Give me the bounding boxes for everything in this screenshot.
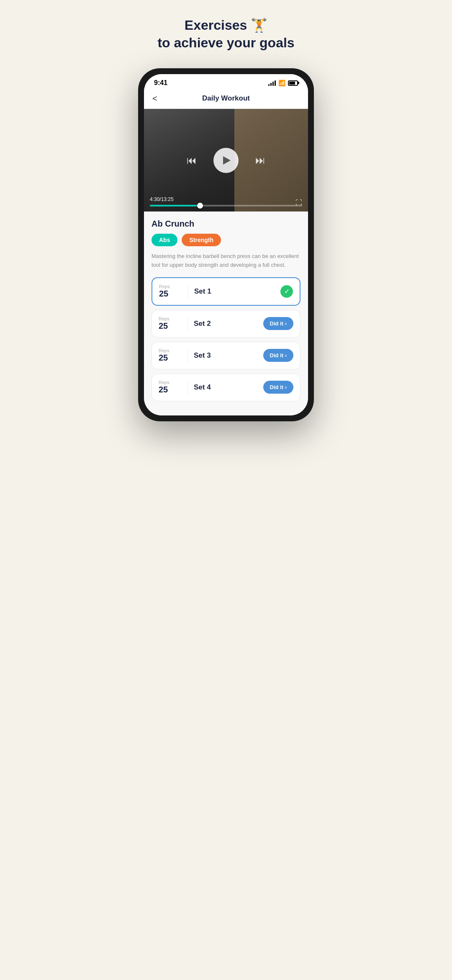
progress-track[interactable] xyxy=(150,205,302,206)
content-area: Ab Crunch Abs Strength Mastering the inc… xyxy=(144,211,308,415)
skip-back-button[interactable]: ⏮ xyxy=(187,155,197,166)
progress-thumb[interactable] xyxy=(197,203,203,209)
arrow-icon-3: › xyxy=(285,353,287,358)
did-it-button-4[interactable]: Did it › xyxy=(263,381,294,394)
back-button[interactable]: < xyxy=(152,94,157,103)
did-it-label-2: Did it xyxy=(270,320,284,327)
signal-icon xyxy=(268,80,276,86)
nav-title: Daily Workout xyxy=(202,94,250,103)
video-time: 4:30/13:25 xyxy=(150,196,302,202)
tags: Abs Strength xyxy=(152,234,300,246)
reps-info-4: Reps 25 xyxy=(159,380,182,395)
tag-abs[interactable]: Abs xyxy=(152,234,177,246)
video-bottom: 4:30/13:25 ⛶ xyxy=(144,193,308,211)
play-button[interactable] xyxy=(213,148,239,173)
reps-info-2: Reps 25 xyxy=(159,316,182,331)
headline: Exercises 🏋️ to achieve your goals xyxy=(157,17,294,52)
reps-label-1: Reps xyxy=(159,284,170,289)
headline-line1: Exercises 🏋️ xyxy=(185,18,267,33)
set-label-1: Set 1 xyxy=(194,287,280,296)
set-row-4: Reps 25 Set 4 Did it › xyxy=(152,374,300,401)
status-bar: 9:41 📶 xyxy=(144,74,308,89)
skip-forward-button[interactable]: ⏭ xyxy=(255,155,265,166)
tag-strength[interactable]: Strength xyxy=(182,234,221,246)
phone-frame: 9:41 📶 < Daily Workout xyxy=(138,68,314,421)
set-row-3: Reps 25 Set 3 Did it › xyxy=(152,342,300,369)
headline-line2: to achieve your goals xyxy=(157,35,294,50)
arrow-icon-2: › xyxy=(285,321,287,327)
set-action-3[interactable]: Did it › xyxy=(263,349,294,362)
done-check-1: ✓ xyxy=(280,285,293,298)
set-row-1: Reps 25 Set 1 ✓ xyxy=(152,277,300,306)
arrow-icon-4: › xyxy=(285,384,287,390)
reps-label-4: Reps xyxy=(159,380,170,385)
set-divider-2 xyxy=(187,316,188,331)
set-action-1: ✓ xyxy=(280,285,293,298)
exercise-title: Ab Crunch xyxy=(152,219,300,229)
set-label-2: Set 2 xyxy=(194,320,263,328)
status-icons: 📶 xyxy=(268,80,298,86)
nav-header: < Daily Workout xyxy=(144,89,308,109)
set-row-2: Reps 25 Set 2 Did it › xyxy=(152,310,300,338)
reps-value-2: 25 xyxy=(159,321,168,331)
video-player: ⏮ ⏭ 4:30/13:25 ⛶ xyxy=(144,109,308,211)
set-divider-1 xyxy=(188,284,188,299)
reps-label-2: Reps xyxy=(159,316,170,321)
set-label-3: Set 3 xyxy=(194,351,263,360)
fullscreen-button[interactable]: ⛶ xyxy=(295,199,302,206)
progress-fill xyxy=(150,205,200,206)
phone-screen: 9:41 📶 < Daily Workout xyxy=(144,74,308,415)
did-it-button-2[interactable]: Did it › xyxy=(263,317,294,330)
reps-value-3: 25 xyxy=(159,353,168,363)
reps-label-3: Reps xyxy=(159,348,170,353)
did-it-label-3: Did it xyxy=(270,352,284,358)
exercise-description: Mastering the incline barbell bench pres… xyxy=(152,252,300,270)
set-action-2[interactable]: Did it › xyxy=(263,317,294,330)
reps-value-1: 25 xyxy=(159,289,168,299)
set-action-4[interactable]: Did it › xyxy=(263,381,294,394)
did-it-button-3[interactable]: Did it › xyxy=(263,349,294,362)
battery-icon xyxy=(288,80,298,86)
set-divider-3 xyxy=(187,348,188,363)
reps-info-1: Reps 25 xyxy=(159,284,182,299)
page-wrapper: Exercises 🏋️ to achieve your goals 9:41 … xyxy=(126,17,326,421)
set-divider-4 xyxy=(187,380,188,395)
wifi-icon: 📶 xyxy=(278,80,285,86)
set-label-4: Set 4 xyxy=(194,383,263,392)
reps-value-4: 25 xyxy=(159,385,168,395)
did-it-label-4: Did it xyxy=(270,384,284,390)
reps-info-3: Reps 25 xyxy=(159,348,182,363)
status-time: 9:41 xyxy=(154,79,167,87)
